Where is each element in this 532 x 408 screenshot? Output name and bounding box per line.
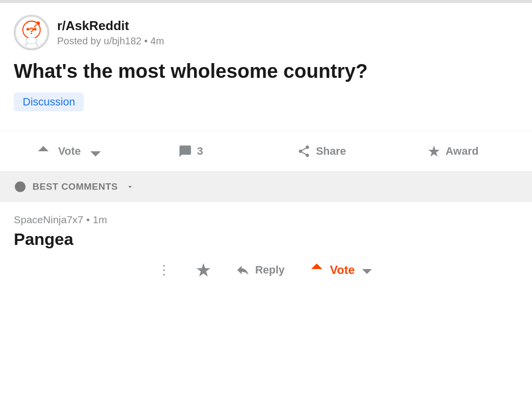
comment-text: Pangea [14, 230, 518, 249]
sort-chevron-icon[interactable] [126, 182, 134, 191]
best-comments-bar[interactable]: BEST COMMENTS [0, 171, 532, 202]
award-label: Award [446, 145, 479, 158]
more-options-button[interactable]: ⋮ [158, 263, 171, 278]
share-label: Share [316, 145, 346, 158]
post-flair[interactable]: Discussion [14, 93, 84, 111]
best-comments-label: BEST COMMENTS [33, 181, 118, 192]
subreddit-name[interactable]: r/AskReddit [57, 18, 164, 34]
post-title: What's the most wholesome country? [14, 59, 518, 83]
comment-vote-section: Vote [308, 261, 374, 279]
reply-label: Reply [255, 264, 285, 276]
svg-point-3 [36, 22, 40, 25]
comment-section: SpaceNinja7x7 • 1m Pangea [0, 202, 532, 249]
post-header: ? r/AskReddit Posted by u/bjh182 • 4m Wh… [0, 3, 532, 131]
svg-point-5 [27, 28, 29, 30]
rocket-icon [14, 180, 27, 193]
comment-award-button[interactable] [195, 262, 212, 278]
subreddit-info: ? r/AskReddit Posted by u/bjh182 • 4m [14, 15, 518, 50]
comment-count: 3 [197, 145, 203, 158]
downvote-button[interactable] [88, 143, 103, 159]
reply-button[interactable]: Reply [235, 263, 285, 277]
subreddit-avatar[interactable]: ? [14, 15, 49, 50]
subreddit-meta: r/AskReddit Posted by u/bjh182 • 4m [57, 18, 164, 47]
action-bar: Vote 3 Share Award [0, 131, 532, 171]
comments-button[interactable]: 3 [125, 139, 256, 163]
upvote-button[interactable] [35, 143, 51, 159]
vote-section: Vote [14, 143, 125, 159]
post-meta: Posted by u/bjh182 • 4m [57, 35, 164, 47]
comment-author: SpaceNinja7x7 • 1m [14, 214, 518, 226]
svg-text:?: ? [29, 26, 34, 36]
svg-point-6 [34, 28, 36, 30]
comment-downvote-button[interactable] [360, 262, 374, 278]
comment-vote-label: Vote [330, 263, 355, 277]
comment-upvote-button[interactable] [308, 261, 325, 279]
vote-label: Vote [58, 145, 81, 158]
comment-actions: ⋮ Reply Vote [0, 249, 532, 289]
award-button[interactable]: Award [387, 139, 518, 163]
share-button[interactable]: Share [256, 139, 387, 163]
